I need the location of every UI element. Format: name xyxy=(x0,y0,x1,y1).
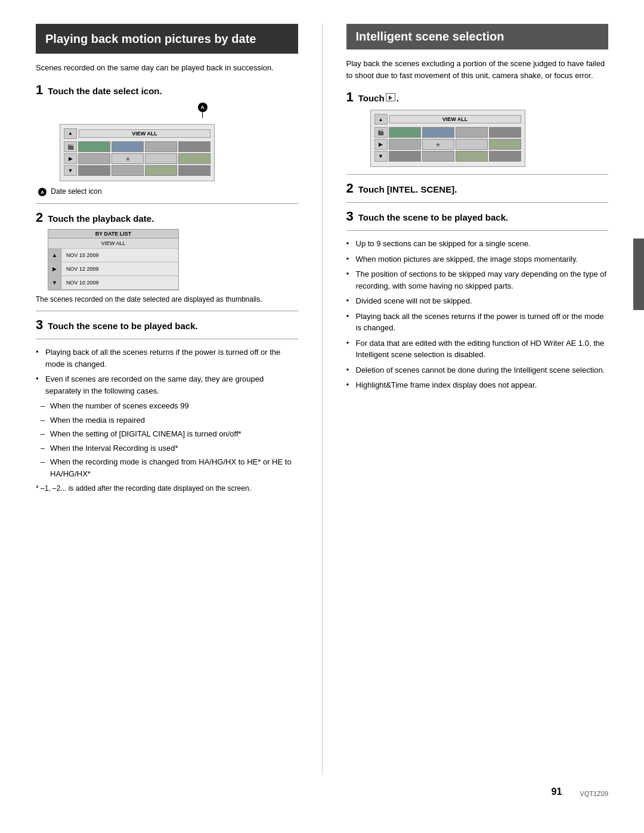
thumb-2-3 xyxy=(145,153,177,164)
step1-title: Touch the date select icon. xyxy=(48,86,162,96)
right-thumb-3-4 xyxy=(489,151,521,162)
right-step2-header: 2 Touch [INTEL. SCENE]. xyxy=(346,182,609,195)
left-intro: Scenes recorded on the same day can be p… xyxy=(36,62,298,74)
right-thumb-1-4 xyxy=(489,127,521,138)
right-bullet-4: Divided scene will not be skipped. xyxy=(346,295,609,307)
bullet-item-2: Even if scenes are recorded on the same … xyxy=(36,373,298,397)
thumb-2-1 xyxy=(78,153,110,164)
right-step1-header: 1 Touch . xyxy=(346,91,609,104)
thumb-2-2 xyxy=(112,153,144,164)
thumb-3-4 xyxy=(178,165,210,176)
date-item-2: NOV 12 2009 xyxy=(61,264,178,274)
dash-item-5: When the recording mode is changed from … xyxy=(41,456,298,479)
right-side-icon-1: 🎬 xyxy=(374,127,388,138)
right-diagram-toolbar: ▲ VIEW ALL xyxy=(374,114,521,125)
right-thumb-2-2 xyxy=(422,139,454,150)
annotation-caption-text: Date select icon xyxy=(51,187,101,196)
right-intro: Play back the scenes excluding a portion… xyxy=(346,58,609,81)
right-thumb-3-1 xyxy=(389,151,421,162)
annotation-caption: A Date select icon xyxy=(38,187,298,197)
diagram-row3: ▼ xyxy=(64,165,210,176)
step1-header: 1 Touch the date select icon. xyxy=(36,83,298,97)
right-step3-number: 3 xyxy=(346,210,354,223)
step3-title: Touch the scene to be played back. xyxy=(48,321,197,331)
page-code: VQT1Z09 xyxy=(580,790,608,797)
right-bullet-3: The position of sections to be skipped m… xyxy=(346,268,609,292)
date-viewall: VIEW ALL xyxy=(48,239,178,249)
right-thumb-3-2 xyxy=(422,151,454,162)
right-section-title: Intelligent scene selection xyxy=(346,24,609,49)
callout-above: A xyxy=(107,103,298,118)
right-up-btn: ▲ xyxy=(374,114,388,125)
right-step1-number: 1 xyxy=(346,91,354,104)
left-column: Playing back motion pictures by date Sce… xyxy=(36,24,298,775)
date-down-btn: ▼ xyxy=(48,276,61,289)
page-number: 91 xyxy=(552,786,562,797)
diagram-row2: ▶ xyxy=(64,153,210,164)
step3-header: 3 Touch the scene to be played back. xyxy=(36,318,298,332)
thumb-1-3 xyxy=(145,141,177,152)
right-diagram-row2: ▶ xyxy=(374,139,521,150)
date-row-2: ▶ NOV 12 2009 xyxy=(48,262,178,276)
right-divider-1 xyxy=(346,174,609,175)
left-section-title: Playing back motion pictures by date xyxy=(36,24,298,54)
right-step1-title: Touch xyxy=(358,93,385,103)
right-thumb-3-3 xyxy=(456,151,488,162)
right-divider-3 xyxy=(346,230,609,231)
bullet-item-1: Playing back of all the scenes returns i… xyxy=(36,346,298,370)
date-play-btn: ▶ xyxy=(48,262,61,275)
right-thumb-2-3 xyxy=(456,139,488,150)
right-diagram-row3: ▼ xyxy=(374,151,521,162)
right-step2-title: Touch [INTEL. SCENE]. xyxy=(358,184,457,194)
right-step1-ui-diagram: ▲ VIEW ALL 🎬 ▶ xyxy=(370,110,525,167)
step1-ui-diagram: ▲ VIEW ALL 🎬 ▶ xyxy=(60,124,215,181)
right-bullet-8: Highlight&Time frame index display does … xyxy=(346,379,609,391)
right-viewall-label: VIEW ALL xyxy=(389,115,521,123)
step2-number: 2 xyxy=(36,211,43,224)
date-item-3: NOV 10 2009 xyxy=(61,277,178,288)
divider-2 xyxy=(36,311,298,311)
right-bullet-5: Playing back all the scenes returns if t… xyxy=(346,311,609,334)
step3-number: 3 xyxy=(36,318,43,332)
thumb-2-4 xyxy=(178,153,210,164)
dash-item-3: When the setting of [DIGITAL CINEMA] is … xyxy=(41,428,298,440)
right-thumb-1-2 xyxy=(422,127,454,138)
diagram-toolbar: ▲ VIEW ALL xyxy=(64,128,210,139)
date-row-up: ▲ NOV 15 2009 xyxy=(48,249,178,262)
right-bullet-6: For data that are edited with the editin… xyxy=(346,337,609,361)
diagram-row1: 🎬 xyxy=(64,141,210,152)
annotation-a-circle: A xyxy=(198,103,208,112)
page-container: Playing back motion pictures by date Sce… xyxy=(0,0,644,833)
play-icon xyxy=(386,93,395,101)
step1-period: . xyxy=(397,93,399,103)
right-step3-header: 3 Touch the scene to be played back. xyxy=(346,210,609,223)
right-bullet-1: Up to 9 sections can be skipped for a si… xyxy=(346,238,609,250)
viewall-label: VIEW ALL xyxy=(79,129,210,138)
footnote: * –1, –2... is added after the recording… xyxy=(36,483,298,494)
right-bullet-7: Deletion of scenes cannot be done during… xyxy=(346,364,609,376)
callout-vline xyxy=(202,112,203,118)
step2-header: 2 Touch the playback date. xyxy=(36,211,298,224)
right-diagram-inner: ▲ VIEW ALL 🎬 ▶ xyxy=(371,110,525,166)
right-side-icon-3: ▼ xyxy=(374,151,388,162)
annotation-a-inline: A xyxy=(38,188,47,196)
two-column-layout: Playing back motion pictures by date Sce… xyxy=(36,24,608,775)
right-divider-2 xyxy=(346,202,609,203)
thumb-1-1 xyxy=(78,141,110,152)
right-thumb-2-1 xyxy=(389,139,421,150)
right-bullet-2: When motion pictures are skipped, the im… xyxy=(346,253,609,265)
side-icon-2: ▶ xyxy=(64,153,77,164)
date-item-1: NOV 15 2009 xyxy=(61,250,178,261)
thumb-3-3 xyxy=(145,165,177,176)
dash-item-1: When the number of scenes exceeds 99 xyxy=(41,400,298,412)
date-diagram-header: BY DATE LIST xyxy=(48,230,178,239)
side-icon-1: 🎬 xyxy=(64,141,77,152)
step1-diagram-wrapper: A ▲ VIEW ALL 🎬 xyxy=(48,103,298,181)
thumb-3-2 xyxy=(112,165,144,176)
dash-list: When the number of scenes exceeds 99 Whe… xyxy=(41,400,298,479)
step2-caption: The scenes recorded on the date selected… xyxy=(36,295,298,304)
page-footer: 91 VQT1Z09 xyxy=(36,786,608,797)
thumb-1-4 xyxy=(178,141,210,152)
right-tab-decoration xyxy=(633,239,644,310)
date-diagram: BY DATE LIST VIEW ALL ▲ NOV 15 2009 ▶ NO… xyxy=(48,229,179,290)
